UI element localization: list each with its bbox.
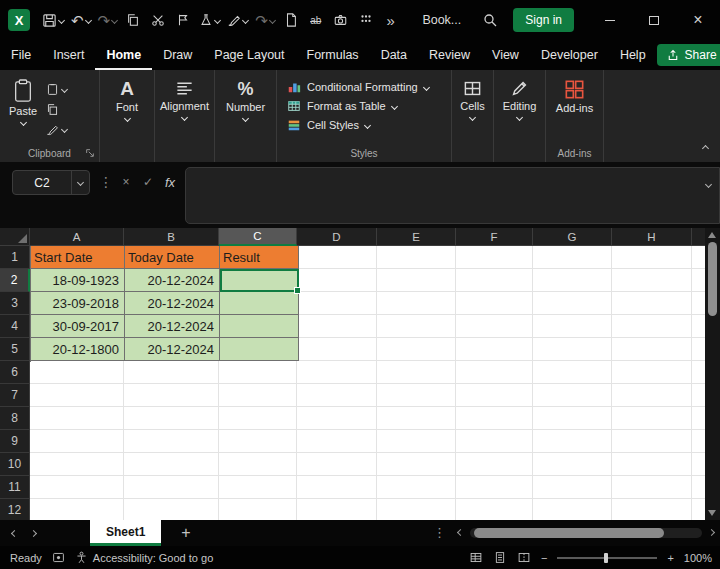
font-button[interactable]: A Font xyxy=(100,70,154,121)
row-header-10[interactable]: 10 xyxy=(0,453,30,476)
cell-B3[interactable]: 20-12-2024 xyxy=(125,292,220,315)
vertical-scrollbar-thumb[interactable] xyxy=(708,242,717,316)
tab-draw[interactable]: Draw xyxy=(152,40,203,70)
undo-button[interactable]: ↶ xyxy=(68,7,94,33)
cell-B2[interactable]: 20-12-2024 xyxy=(125,269,220,292)
name-box[interactable]: C2 xyxy=(12,170,90,195)
paste-button[interactable]: Paste xyxy=(0,70,46,125)
cell-A1[interactable]: Start Date xyxy=(31,246,125,269)
cut-button[interactable] xyxy=(146,7,170,33)
zoom-slider[interactable] xyxy=(557,557,657,559)
redo-button[interactable]: ↷ xyxy=(95,7,121,33)
scroll-right-icon[interactable] xyxy=(708,529,715,536)
draw-grid-button[interactable] xyxy=(354,7,378,33)
share-button[interactable]: Share xyxy=(657,44,720,66)
format-painter-button[interactable] xyxy=(224,7,251,33)
quick-tool-button[interactable] xyxy=(196,7,223,33)
column-header-d[interactable]: D xyxy=(297,228,377,246)
repeat-button[interactable]: ↷ xyxy=(252,7,278,33)
row-header-6[interactable]: 6 xyxy=(0,361,30,384)
camera-button[interactable] xyxy=(329,7,353,33)
collapse-ribbon-button[interactable] xyxy=(703,140,708,154)
cell-styles-button[interactable]: Cell Styles xyxy=(287,118,451,132)
editing-button[interactable]: Editing xyxy=(494,70,545,120)
confirm-entry-button[interactable]: ✓ xyxy=(138,172,158,192)
maximize-button[interactable] xyxy=(632,0,676,40)
tab-home[interactable]: Home xyxy=(95,40,152,70)
save-button[interactable] xyxy=(39,7,67,33)
tab-file[interactable]: File xyxy=(0,40,42,70)
cell-C4[interactable] xyxy=(220,315,299,338)
column-header-h[interactable]: H xyxy=(612,228,692,246)
new-file-button[interactable] xyxy=(279,7,303,33)
cell-A2[interactable]: 18-09-1923 xyxy=(31,269,125,292)
cell-A4[interactable]: 30-09-2017 xyxy=(31,315,125,338)
cell-A5[interactable]: 20-12-1800 xyxy=(31,338,125,361)
zoom-in-button[interactable]: + xyxy=(667,552,673,564)
tab-insert[interactable]: Insert xyxy=(42,40,95,70)
tab-view[interactable]: View xyxy=(481,40,530,70)
copy-small-button[interactable] xyxy=(46,101,67,117)
close-button[interactable]: × xyxy=(676,0,720,40)
horizontal-scrollbar-track[interactable] xyxy=(470,528,702,538)
flag-button[interactable] xyxy=(171,7,195,33)
next-sheet-button[interactable] xyxy=(30,529,37,536)
sheet-options-icon[interactable]: ⋮ xyxy=(433,525,446,540)
previous-sheet-button[interactable] xyxy=(11,529,18,536)
formula-input[interactable] xyxy=(185,167,720,224)
clipboard-dialog-launcher[interactable] xyxy=(85,148,95,158)
scroll-down-icon[interactable] xyxy=(708,510,716,516)
zoom-level[interactable]: 100% xyxy=(684,552,712,564)
zoom-slider-thumb[interactable] xyxy=(604,553,608,563)
row-header-7[interactable]: 7 xyxy=(0,384,30,407)
accessibility-status[interactable]: Accessibility: Good to go xyxy=(75,551,213,564)
cell-B5[interactable]: 20-12-2024 xyxy=(125,338,220,361)
row-header-8[interactable]: 8 xyxy=(0,407,30,430)
cells-area[interactable]: Start Date Today Date Result 18-09-1923 … xyxy=(30,246,705,520)
copy-button[interactable] xyxy=(121,7,145,33)
select-all-button[interactable] xyxy=(0,228,30,246)
cell-B1[interactable]: Today Date xyxy=(125,246,220,269)
add-sheet-button[interactable]: + xyxy=(181,525,190,541)
strikethrough-button[interactable]: ab xyxy=(304,7,328,33)
row-header-3[interactable]: 3 xyxy=(0,292,30,315)
tab-developer[interactable]: Developer xyxy=(530,40,609,70)
scroll-up-icon[interactable] xyxy=(708,232,716,238)
format-painter-small-button[interactable] xyxy=(46,121,67,137)
sign-in-button[interactable]: Sign in xyxy=(513,8,574,32)
row-header-9[interactable]: 9 xyxy=(0,430,30,453)
column-header-a[interactable]: A xyxy=(30,228,124,246)
paste-options-button[interactable] xyxy=(46,81,67,97)
horizontal-scrollbar[interactable] xyxy=(452,520,720,546)
conditional-formatting-button[interactable]: Conditional Formatting xyxy=(287,80,451,94)
record-macro-icon[interactable] xyxy=(52,551,65,564)
format-as-table-button[interactable]: Format as Table xyxy=(287,99,451,113)
cell-C2-selected[interactable] xyxy=(220,269,299,292)
row-header-11[interactable]: 11 xyxy=(0,476,30,499)
tab-data[interactable]: Data xyxy=(370,40,418,70)
zoom-out-button[interactable]: − xyxy=(541,552,547,564)
column-header-c[interactable]: C xyxy=(219,228,297,246)
search-button[interactable] xyxy=(475,7,505,33)
cell-C5[interactable] xyxy=(220,338,299,361)
tab-review[interactable]: Review xyxy=(418,40,481,70)
row-header-5[interactable]: 5 xyxy=(0,338,30,361)
tab-page-layout[interactable]: Page Layout xyxy=(203,40,295,70)
row-header-4[interactable]: 4 xyxy=(0,315,30,338)
normal-view-icon[interactable] xyxy=(469,551,483,564)
column-header-f[interactable]: F xyxy=(456,228,533,246)
number-button[interactable]: % Number xyxy=(215,70,276,121)
column-header-e[interactable]: E xyxy=(377,228,456,246)
page-break-view-icon[interactable] xyxy=(517,551,531,564)
horizontal-scrollbar-thumb[interactable] xyxy=(474,528,664,538)
column-header-b[interactable]: B xyxy=(124,228,219,246)
cell-B4[interactable]: 20-12-2024 xyxy=(125,315,220,338)
tab-formulas[interactable]: Formulas xyxy=(296,40,370,70)
insert-function-button[interactable]: fx xyxy=(160,172,180,192)
cell-C3[interactable] xyxy=(220,292,299,315)
page-layout-view-icon[interactable] xyxy=(493,551,507,564)
cell-C1[interactable]: Result xyxy=(220,246,299,269)
row-header-1[interactable]: 1 xyxy=(0,246,30,269)
sheet-tab-sheet1[interactable]: Sheet1 xyxy=(90,520,161,546)
tab-help[interactable]: Help xyxy=(609,40,657,70)
